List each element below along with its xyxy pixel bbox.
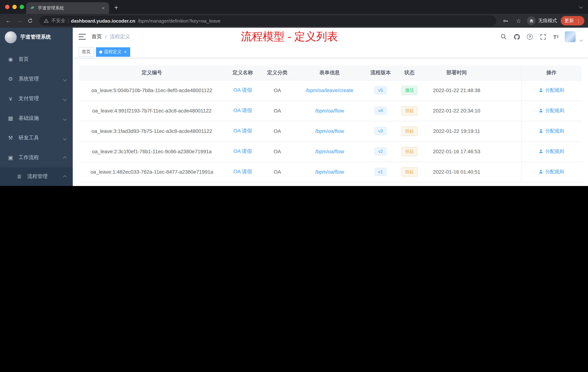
definition-category: OA <box>274 169 281 175</box>
tag-home[interactable]: 首页 <box>79 47 94 57</box>
header-deploy-time: 部署时间 <box>423 66 490 80</box>
assign-rule-link[interactable]: 分配规则 <box>539 148 564 155</box>
password-key-icon[interactable] <box>501 16 510 25</box>
sidebar-item-infrastructure[interactable]: ▦ 基础设施 <box>0 109 73 128</box>
sidebar-item-process-management[interactable]: ≣ 流程管理 <box>0 167 73 186</box>
definition-name-link[interactable]: OA 请假 <box>233 87 252 93</box>
breadcrumb-home[interactable]: 首页 <box>92 33 102 40</box>
table-row: oa_leave:4:991f2193-7b7f-11ec-a3c8-acde4… <box>79 100 581 121</box>
warning-triangle-icon <box>44 18 49 23</box>
header-definition-category: 定义分类 <box>261 66 294 80</box>
help-icon[interactable]: ? <box>525 33 534 41</box>
sidebar-item-home[interactable]: ◉ 首页 <box>0 50 73 69</box>
definition-id: oa_leave:4:991f2193-7b7f-11ec-a3c8-acde4… <box>92 108 211 114</box>
form-info-link[interactable]: /bpm/oa/flow <box>315 128 344 134</box>
definition-id: oa_leave:3:1fad3d93-7b75-11ec-a3c8-acde4… <box>92 128 212 134</box>
sidebar-menu: ◉ 首页 ⚙ 系统管理 ¥ 支付管理 ▦ 基础设施 <box>0 47 73 186</box>
person-icon <box>539 129 544 133</box>
address-bar[interactable]: 不安全 dashboard.yudao.iocoder.cn/bpm/manag… <box>39 16 496 26</box>
page-content: 定义编号 定义名称 定义分类 表单信息 流程版本 状态 部署时间 操作 oa_l… <box>73 58 588 186</box>
tag-process-definition[interactable]: 流程定义 × <box>96 47 130 57</box>
version-badge: v1 <box>375 168 386 176</box>
browser-tab[interactable]: 芋道管理系统 × <box>26 2 109 14</box>
chevron-down-icon <box>64 135 66 141</box>
browser-tab-strip: 芋道管理系统 × + <box>0 0 588 14</box>
form-info-link[interactable]: /bpm/oa/flow <box>315 169 344 175</box>
sidebar-item-system[interactable]: ⚙ 系统管理 <box>0 69 73 89</box>
browser-back-button[interactable]: ← <box>4 16 13 25</box>
table-row: oa_leave:3:1fad3d93-7b75-11ec-a3c8-acde4… <box>79 121 581 141</box>
assign-rule-label: 分配规则 <box>545 107 564 114</box>
sidebar-item-payment[interactable]: ¥ 支付管理 <box>0 89 73 109</box>
tag-label: 流程定义 <box>104 49 121 55</box>
form-info-link[interactable]: /bpm/oa/flow <box>315 108 344 114</box>
browser-toolbar: ← → 不安全 dashboard.yudao.iocoder.cn/bpm/m… <box>0 14 588 28</box>
breadcrumb: 首页 / 流程定义 <box>92 33 130 40</box>
browser-update-button[interactable]: 更新 ⋮ <box>561 16 584 25</box>
maximize-window-button[interactable] <box>20 5 24 9</box>
fullscreen-icon[interactable] <box>538 33 547 41</box>
security-label: 不安全 <box>51 17 65 24</box>
header-definition-name: 定义名称 <box>224 66 261 80</box>
assign-rule-label: 分配规则 <box>545 87 564 94</box>
assign-rule-label: 分配规则 <box>545 148 564 155</box>
sidebar-item-workflow[interactable]: ▣ 工作流程 <box>0 148 73 167</box>
bookmark-star-icon[interactable]: ☆ <box>514 16 523 25</box>
form-info-link[interactable]: /bpm/oa/flow <box>315 149 344 154</box>
sidebar-item-dev-tools[interactable]: ⚒ 研发工具 <box>0 128 73 148</box>
tab-search-chevron-icon[interactable] <box>580 3 582 10</box>
favicon-leaf-icon <box>30 5 35 11</box>
table-row: oa_leave:1:482ec033-762a-11ec-8477-a2380… <box>79 162 581 182</box>
minimize-window-button[interactable] <box>12 5 17 9</box>
font-size-icon[interactable]: TT <box>552 33 560 41</box>
header-status: 状态 <box>396 66 423 80</box>
sidebar-item-label: 研发工具 <box>19 135 39 141</box>
status-tag: 挂起 <box>401 106 418 115</box>
table-header-row: 定义编号 定义名称 定义分类 表单信息 流程版本 状态 部署时间 操作 <box>79 66 581 80</box>
sidebar-item-label: 系统管理 <box>19 76 39 82</box>
assign-rule-link[interactable]: 分配规则 <box>539 169 564 175</box>
definition-id: oa_leave:1:482ec033-762a-11ec-8477-a2380… <box>91 169 213 175</box>
assign-rule-link[interactable]: 分配规则 <box>539 128 564 134</box>
dashboard-icon: ◉ <box>7 56 14 63</box>
process-management-submenu: ▤ 流程表单 ◫ 用户分组 ✈ 流程模型 <box>0 186 73 186</box>
browser-refresh-button[interactable] <box>25 16 35 25</box>
form-info-link[interactable]: /bpm/oa/leave/create <box>306 87 353 93</box>
kebab-menu-icon[interactable]: ⋮ <box>576 18 581 23</box>
close-window-button[interactable] <box>5 5 10 9</box>
person-icon <box>539 149 544 154</box>
chevron-down-icon <box>64 96 66 101</box>
definition-name-link[interactable]: OA 请假 <box>233 169 252 174</box>
sidebar: 芋道管理系统 ◉ 首页 ⚙ 系统管理 ¥ 支付管理 ▦ <box>0 28 73 186</box>
avatar-chevron-down-icon[interactable] <box>580 36 582 43</box>
definition-name-link[interactable]: OA 请假 <box>233 148 252 154</box>
chevron-down-icon <box>64 76 66 82</box>
tab-close-icon[interactable]: × <box>101 5 105 11</box>
definition-name-link[interactable]: OA 请假 <box>233 107 252 113</box>
sidebar-toggle-icon[interactable] <box>79 34 86 40</box>
assign-rule-link[interactable]: 分配规则 <box>539 107 564 114</box>
definition-table: 定义编号 定义名称 定义分类 表单信息 流程版本 状态 部署时间 操作 oa_l… <box>79 66 581 182</box>
sidebar-logo[interactable]: 芋道管理系统 <box>0 28 73 47</box>
incognito-label: 无痕模式 <box>538 17 557 24</box>
definition-category: OA <box>274 87 281 93</box>
version-badge: v5 <box>375 86 386 94</box>
chevron-down-icon <box>64 115 66 121</box>
sidebar-item-process-form[interactable]: ▤ 流程表单 <box>0 186 73 186</box>
assign-rule-link[interactable]: 分配规则 <box>539 87 564 94</box>
search-icon[interactable] <box>499 33 508 41</box>
browser-forward-button[interactable]: → <box>15 16 24 25</box>
tag-close-icon[interactable]: × <box>124 49 127 55</box>
app-logo-avatar <box>5 31 17 43</box>
omnibox-divider <box>68 18 68 23</box>
new-tab-button[interactable]: + <box>114 4 118 12</box>
status-tag: 挂起 <box>401 127 418 136</box>
screenshot-root: 芋道管理系统 × + ← → 不安全 dashboard.yudao.iocod… <box>0 0 588 186</box>
user-avatar[interactable] <box>565 31 576 42</box>
github-icon[interactable] <box>512 33 521 41</box>
update-label: 更新 <box>564 17 574 24</box>
assign-rule-label: 分配规则 <box>545 128 564 134</box>
definition-name-link[interactable]: OA 请假 <box>233 128 252 134</box>
header-filler <box>490 66 521 80</box>
sidebar-item-label: 工作流程 <box>19 154 39 161</box>
